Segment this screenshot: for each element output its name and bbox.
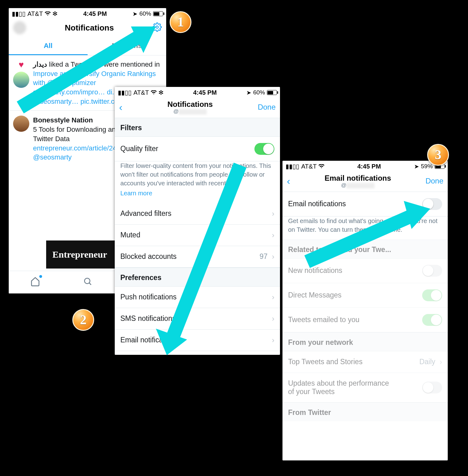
- carrier-label: AT&T: [301, 163, 317, 170]
- section-filters: Filters: [115, 118, 280, 137]
- dm-toggle: [422, 289, 442, 301]
- page-header: ‹ Notifications @ Done: [115, 98, 280, 118]
- quality-filter-label: Quality filter: [120, 145, 158, 153]
- row-email-notifications[interactable]: Email notifications ›: [115, 330, 280, 351]
- status-bar: ▮▮▯▯ AT&T ✻ 4:45 PM ➤ 60%: [9, 8, 166, 19]
- battery-percent: 60%: [139, 10, 151, 17]
- quality-filter-toggle[interactable]: [254, 143, 274, 155]
- row-muted[interactable]: Muted ›: [115, 225, 280, 246]
- row-direct-messages: Direct Messages: [282, 283, 448, 308]
- wifi-icon: [151, 89, 157, 96]
- heart-icon: ♥: [19, 60, 24, 70]
- section-from-twitter: From Twitter: [282, 402, 448, 421]
- muted-label: Muted: [120, 231, 140, 239]
- loading-icon: ✻: [158, 89, 164, 96]
- user-name: دیدار: [33, 60, 47, 68]
- clock: 4:45 PM: [357, 163, 381, 170]
- clock: 4:45 PM: [193, 89, 217, 96]
- status-bar: ▮▮▯▯ AT&T ✻ 4:45 PM ➤ 60%: [115, 87, 280, 98]
- chevron-right-icon: ›: [440, 358, 442, 366]
- notification-dot: [39, 275, 42, 278]
- page-title: Email notifications: [325, 174, 391, 183]
- location-icon: ➤: [246, 89, 251, 96]
- chevron-right-icon: ›: [272, 252, 274, 261]
- battery-icon: [267, 90, 277, 95]
- page-handle: @: [325, 183, 391, 188]
- row-performance-updates: Updates about the performance of your Tw…: [282, 373, 448, 402]
- done-button[interactable]: Done: [258, 103, 276, 112]
- notification-tabs: All Mentions: [9, 37, 166, 55]
- location-icon: ➤: [414, 163, 419, 170]
- tab-all[interactable]: All: [9, 37, 88, 55]
- daily-value: Daily: [419, 358, 435, 366]
- chevron-right-icon: ›: [272, 314, 274, 323]
- screen-email-notifications: ▮▮▯▯ AT&T 4:45 PM ➤ 59% ‹ Email notifica…: [282, 161, 448, 460]
- new-notif-label: New notifications: [288, 266, 342, 275]
- email-master-toggle[interactable]: [422, 198, 442, 210]
- tweets-emailed-label: Tweets emailed to you: [288, 316, 359, 324]
- email-master-desc: Get emails to find out what's going on w…: [282, 217, 448, 240]
- row-email-master-toggle: Email notifications: [282, 192, 448, 217]
- blocked-count: 97: [259, 252, 268, 261]
- row-top-tweets: Top Tweets and Stories Daily›: [282, 351, 448, 373]
- like-action-text: liked a Tweet you were mentioned in: [47, 60, 160, 68]
- tab-mentions[interactable]: Mentions: [88, 37, 166, 55]
- carrier-label: AT&T: [133, 89, 149, 96]
- chevron-right-icon: ›: [272, 293, 274, 302]
- back-button[interactable]: ‹: [287, 176, 290, 186]
- tweets-emailed-toggle: [422, 314, 442, 326]
- user-name: Bonesstyle Nation: [33, 116, 93, 124]
- step-badge-2: 2: [72, 309, 94, 331]
- section-preferences: Preferences: [115, 268, 280, 287]
- chevron-right-icon: ›: [272, 231, 274, 240]
- sms-label: SMS notifications: [120, 314, 176, 323]
- push-label: Push notifications: [120, 293, 176, 301]
- performance-toggle: [422, 382, 442, 393]
- section-related: Related to you and your Twe...: [282, 240, 448, 259]
- page-header: Notifications: [9, 19, 166, 37]
- top-tweets-label: Top Tweets and Stories: [288, 358, 363, 366]
- chevron-right-icon: ›: [272, 209, 274, 218]
- learn-more-link[interactable]: Learn more: [120, 189, 274, 198]
- performance-label: Updates about the performance of your Tw…: [288, 379, 391, 396]
- back-button[interactable]: ‹: [119, 102, 123, 112]
- step-badge-3: 3: [427, 144, 449, 166]
- signal-icon: ▮▮▯▯: [12, 10, 26, 17]
- loading-icon: ✻: [52, 10, 58, 17]
- wifi-icon: [45, 10, 51, 17]
- avatar: [13, 116, 29, 132]
- email-master-label: Email notifications: [288, 200, 346, 208]
- svg-point-1: [84, 278, 90, 284]
- row-advanced-filters[interactable]: Advanced filters ›: [115, 203, 280, 225]
- section-network: From your network: [282, 332, 448, 351]
- settings-gear-icon[interactable]: [152, 22, 162, 33]
- page-handle: @: [167, 109, 213, 115]
- profile-avatar[interactable]: [13, 21, 26, 34]
- row-blocked[interactable]: Blocked accounts 97›: [115, 246, 280, 268]
- done-button[interactable]: Done: [426, 177, 443, 185]
- clock: 4:45 PM: [83, 10, 107, 17]
- new-notif-toggle: [422, 265, 442, 277]
- screen-notification-settings: ▮▮▯▯ AT&T ✻ 4:45 PM ➤ 60% ‹ Notification…: [115, 87, 280, 355]
- svg-point-0: [156, 26, 158, 28]
- advanced-filters-label: Advanced filters: [120, 209, 171, 218]
- carrier-label: AT&T: [27, 10, 43, 17]
- card-title: Entrepreneur: [52, 249, 107, 260]
- row-quality-filter: Quality filter: [115, 137, 280, 161]
- row-new-notifications: New notifications: [282, 259, 448, 283]
- nav-home-icon[interactable]: [30, 276, 40, 288]
- blocked-label: Blocked accounts: [120, 252, 176, 261]
- chevron-right-icon: ›: [272, 336, 274, 345]
- step-badge-1: 1: [170, 11, 191, 33]
- page-title: Notifications: [167, 100, 213, 109]
- page-header: ‹ Email notifications @ Done: [282, 171, 448, 192]
- page-title: Notifications: [65, 23, 114, 33]
- row-tweets-emailed: Tweets emailed to you: [282, 308, 448, 332]
- nav-search-icon[interactable]: [83, 277, 92, 288]
- email-label: Email notifications: [120, 336, 178, 344]
- wifi-icon: [319, 163, 324, 170]
- row-sms-notifications[interactable]: SMS notifications ›: [115, 308, 280, 330]
- quality-filter-desc: Filter lower-quality content from your n…: [115, 161, 280, 203]
- row-push-notifications[interactable]: Push notifications ›: [115, 287, 280, 308]
- disabled-section: Related to you and your Twe... New notif…: [282, 240, 448, 421]
